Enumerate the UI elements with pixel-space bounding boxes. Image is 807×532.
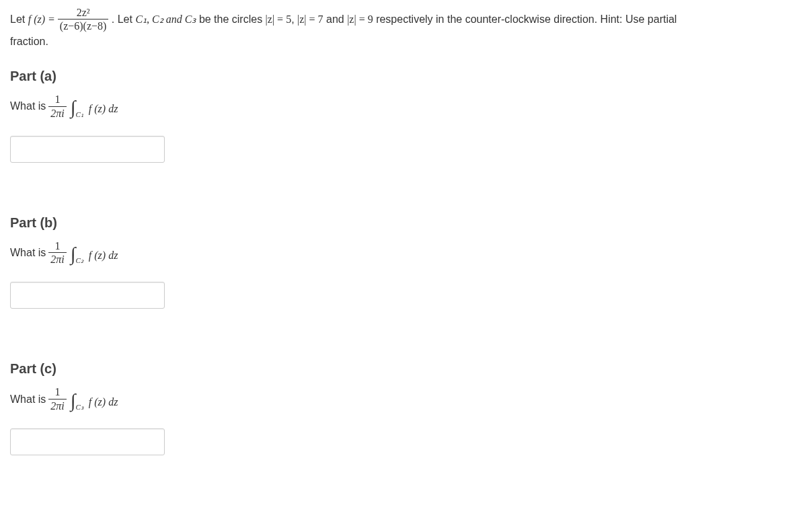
fz-fraction: 2z² (z−6)(z−8) bbox=[58, 7, 109, 33]
intro-letcircles: . Let bbox=[112, 13, 136, 25]
part-a-int-sub: C₁ bbox=[75, 110, 83, 118]
part-c-coeff: 1 2πi bbox=[48, 386, 66, 412]
part-c-whatis: What is bbox=[10, 393, 46, 406]
part-c-integrand: f (z) dz bbox=[89, 396, 118, 408]
respectively: respectively in the counter-clockwise di… bbox=[376, 13, 677, 25]
part-c-coeff-num: 1 bbox=[48, 386, 66, 399]
fraction-line: fraction. bbox=[10, 36, 48, 47]
z7: |z| = 7 bbox=[297, 13, 323, 25]
part-c-answer-input[interactable] bbox=[10, 428, 165, 455]
part-b-heading: Part (b) bbox=[10, 215, 797, 231]
part-b-coeff: 1 2πi bbox=[48, 240, 66, 266]
part-a-coeff-den: 2πi bbox=[48, 107, 66, 120]
comma1: , bbox=[291, 13, 297, 25]
part-c-int-sub: C₃ bbox=[75, 403, 83, 411]
part-b-answer-input[interactable] bbox=[10, 282, 165, 309]
z5: |z| = 5 bbox=[266, 13, 292, 25]
part-b-integrand: f (z) dz bbox=[89, 250, 118, 261]
part-a-coeff: 1 2πi bbox=[48, 93, 66, 120]
part-a-question: What is 1 2πi ∫C₁ f (z) dz bbox=[10, 93, 797, 120]
z9: |z| = 9 bbox=[347, 13, 373, 25]
part-c-coeff-den: 2πi bbox=[48, 400, 66, 412]
intro-let: Let bbox=[10, 13, 28, 25]
part-b-integral: ∫C₂ f (z) dz bbox=[71, 242, 118, 264]
part-a-integral: ∫C₁ f (z) dz bbox=[71, 96, 118, 117]
fz-eq: f (z) = bbox=[28, 13, 58, 25]
part-a-heading: Part (a) bbox=[10, 69, 797, 84]
and-text: and bbox=[326, 13, 347, 25]
c-list: C₁, C₂ and C₃ bbox=[135, 13, 196, 25]
part-c-integral: ∫C₃ f (z) dz bbox=[71, 389, 118, 410]
fz-frac-den: (z−6)(z−8) bbox=[58, 20, 109, 32]
part-a-whatis: What is bbox=[10, 100, 46, 112]
part-a-coeff-num: 1 bbox=[48, 93, 66, 106]
part-b-whatis: What is bbox=[10, 247, 46, 259]
fz-frac-num: 2z² bbox=[58, 7, 109, 20]
part-a-answer-input[interactable] bbox=[10, 136, 165, 163]
problem-intro: Let f (z) = 2z² (z−6)(z−8) . Let C₁, C₂ … bbox=[10, 7, 797, 50]
part-b-coeff-num: 1 bbox=[48, 240, 66, 253]
part-c-heading: Part (c) bbox=[10, 361, 797, 377]
part-a-integrand: f (z) dz bbox=[89, 103, 118, 114]
part-b-int-sub: C₂ bbox=[75, 256, 83, 264]
be-circles: be the circles bbox=[199, 13, 266, 25]
part-c-question: What is 1 2πi ∫C₃ f (z) dz bbox=[10, 386, 797, 412]
part-b-question: What is 1 2πi ∫C₂ f (z) dz bbox=[10, 240, 797, 266]
part-b-coeff-den: 2πi bbox=[48, 253, 66, 266]
